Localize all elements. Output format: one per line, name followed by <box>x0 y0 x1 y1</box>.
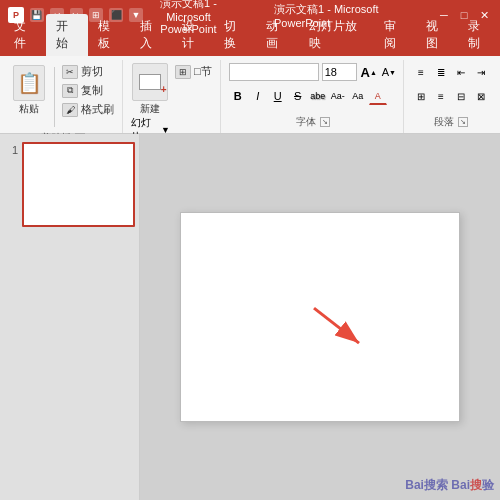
font-controls: A▲ A▼ B I U S abe Aa- Aa A <box>229 60 397 115</box>
tab-design[interactable]: 设计 <box>172 14 214 56</box>
layout-button[interactable]: ⊞ □节 <box>173 63 214 80</box>
svg-line-1 <box>314 308 359 343</box>
main-area: 1 Bai搜索 Bai搜验 <box>0 134 500 500</box>
layout-reset-btns: ⊞ □节 <box>173 63 214 80</box>
tab-slideshow[interactable]: 幻灯片放映 <box>299 14 374 56</box>
numbering-button[interactable]: ≣ <box>432 63 450 81</box>
font-size-input[interactable] <box>322 63 357 81</box>
strikethrough-button[interactable]: S <box>289 87 307 105</box>
paste-button[interactable]: 📋 粘贴 <box>9 63 49 118</box>
tab-view[interactable]: 视图 <box>416 14 458 56</box>
para-controls: ≡ ≣ ⇤ ⇥ ⊞ ≡ ⊟ ⊠ <box>412 60 490 115</box>
divider <box>54 67 55 127</box>
paragraph-group: ≡ ≣ ⇤ ⇥ ⊞ ≡ ⊟ ⊠ 段落 ↘ <box>406 60 496 133</box>
slide-thumbnail[interactable] <box>22 142 135 227</box>
tab-transitions[interactable]: 切换 <box>214 14 256 56</box>
tab-review[interactable]: 审阅 <box>374 14 416 56</box>
tab-template[interactable]: 模板 <box>88 14 130 56</box>
font-decrease-btn[interactable]: A▼ <box>381 63 397 81</box>
painter-icon: 🖌 <box>62 103 78 117</box>
slide-canvas[interactable] <box>180 212 460 422</box>
watermark: Bai搜索 Bai搜验 <box>405 477 494 494</box>
para-align-row: ⊞ ≡ ⊟ ⊠ <box>412 87 490 105</box>
copy-button[interactable]: ⧉ 复制 <box>60 82 116 99</box>
font-name-row: A▲ A▼ <box>229 63 397 81</box>
tab-file[interactable]: 文件 <box>4 14 46 56</box>
red-arrow-annotation <box>304 298 384 361</box>
slide-preview-icon <box>139 74 161 90</box>
slide-content: 新建 幻灯片 ▼ ⊞ □节 <box>131 60 214 144</box>
new-slide-label: 新建 <box>140 102 160 116</box>
layout-label: □节 <box>194 64 212 79</box>
underline-button[interactable]: U <box>269 87 287 105</box>
copy-label: 复制 <box>81 83 103 98</box>
format-painter-button[interactable]: 🖌 格式刷 <box>60 101 116 118</box>
font-group-label: 字体 ↘ <box>296 115 330 131</box>
cut-button[interactable]: ✂ 剪切 <box>60 63 116 80</box>
clipboard-small-btns: ✂ 剪切 ⧉ 复制 🖌 格式刷 <box>60 63 116 118</box>
copy-icon: ⧉ <box>62 84 78 98</box>
font-increase-btn[interactable]: A▲ <box>360 63 378 81</box>
tab-record[interactable]: 录制 <box>458 14 500 56</box>
tab-animations[interactable]: 动画 <box>256 14 298 56</box>
italic-button[interactable]: I <box>249 87 267 105</box>
scissors-icon: ✂ <box>62 65 78 79</box>
changecase-button[interactable]: Aa <box>349 87 367 105</box>
tab-home[interactable]: 开始 <box>46 14 88 56</box>
cut-label: 剪切 <box>81 64 103 79</box>
painter-label: 格式刷 <box>81 102 114 117</box>
font-expand[interactable]: ↘ <box>320 117 330 127</box>
new-slide-icon <box>132 63 168 101</box>
decrease-indent-btn[interactable]: ⇤ <box>452 63 470 81</box>
canvas-area[interactable]: Bai搜索 Bai搜验 <box>140 134 500 500</box>
shadow-button[interactable]: abe <box>309 87 327 105</box>
font-name-input[interactable] <box>229 63 319 81</box>
increase-indent-btn[interactable]: ⇥ <box>472 63 490 81</box>
slide-thumb-container: 1 <box>4 142 135 227</box>
align-right-btn[interactable]: ⊟ <box>452 87 470 105</box>
slide-panel: 1 <box>0 134 140 500</box>
justify-btn[interactable]: ⊠ <box>472 87 490 105</box>
ribbon-content: 📋 粘贴 ✂ 剪切 ⧉ 复制 🖌 格式刷 剪贴 <box>0 56 500 134</box>
tab-insert[interactable]: 插入 <box>130 14 172 56</box>
para-list-row: ≡ ≣ ⇤ ⇥ <box>412 63 490 81</box>
slide-group: 新建 幻灯片 ▼ ⊞ □节 幻灯片 ↘ <box>125 60 221 133</box>
paste-icon: 📋 <box>13 65 45 101</box>
bold-button[interactable]: B <box>229 87 247 105</box>
align-center-btn[interactable]: ≡ <box>432 87 450 105</box>
font-format-row: B I U S abe Aa- Aa A <box>229 87 397 105</box>
para-group-label: 段落 ↘ <box>434 115 468 131</box>
para-expand[interactable]: ↘ <box>458 117 468 127</box>
font-group: A▲ A▼ B I U S abe Aa- Aa A 字体 ↘ <box>223 60 404 133</box>
charspacing-button[interactable]: Aa- <box>329 87 347 105</box>
paste-label: 粘贴 <box>19 102 39 116</box>
clipboard-content: 📋 粘贴 ✂ 剪切 ⧉ 复制 🖌 格式刷 <box>9 60 116 131</box>
ribbon-tabs: 文件 开始 模板 插入 设计 切换 动画 幻灯片放映 审阅 视图 录制 <box>0 30 500 56</box>
bullets-button[interactable]: ≡ <box>412 63 430 81</box>
slide-number: 1 <box>4 144 18 156</box>
fontcolor-button[interactable]: A <box>369 87 387 105</box>
new-slide-button[interactable]: 新建 幻灯片 ▼ <box>131 63 170 144</box>
layout-icon: ⊞ <box>175 65 191 79</box>
align-left-btn[interactable]: ⊞ <box>412 87 430 105</box>
clipboard-group: 📋 粘贴 ✂ 剪切 ⧉ 复制 🖌 格式刷 剪贴 <box>4 60 123 133</box>
